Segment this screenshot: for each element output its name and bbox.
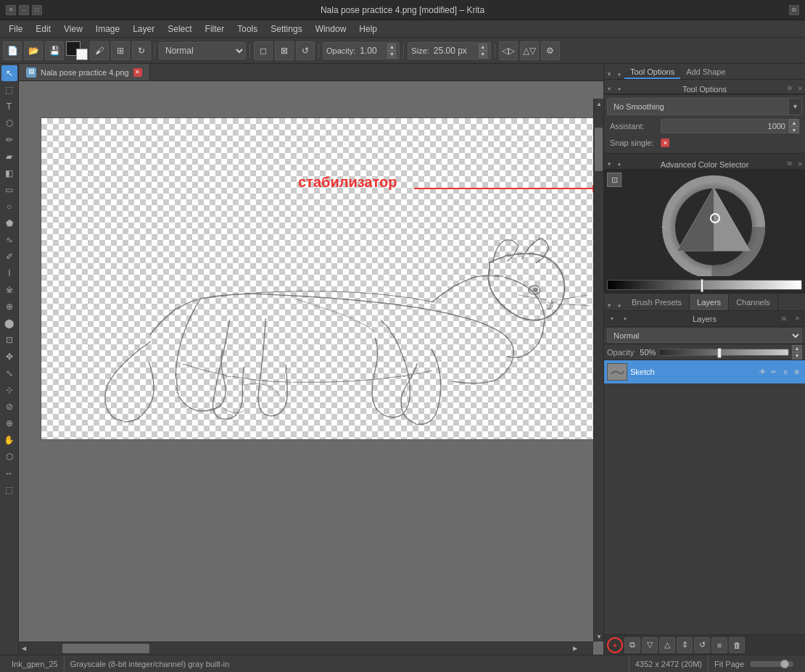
settings-button[interactable]: ⚙ bbox=[541, 41, 560, 60]
select-tool-button[interactable]: ↖ bbox=[1, 65, 17, 81]
inner-collapse-button[interactable]: ▼ bbox=[604, 83, 614, 94]
zoom-tool-button[interactable]: ⊕ bbox=[1, 415, 17, 431]
blend-mode-select[interactable]: Normal bbox=[159, 42, 246, 59]
close-button[interactable]: ✕ bbox=[6, 5, 16, 15]
shape-tool-button[interactable]: ⬡ bbox=[1, 115, 17, 131]
scroll-up-button[interactable]: ▲ bbox=[594, 99, 603, 109]
zoom-thumb[interactable] bbox=[780, 660, 789, 668]
assistant-button[interactable]: ⬡ bbox=[1, 449, 17, 465]
menu-layer[interactable]: Layer bbox=[127, 22, 160, 36]
menu-image[interactable]: Image bbox=[90, 22, 125, 36]
smart-patch-button[interactable]: ⬤ bbox=[1, 315, 17, 331]
layers-opacity-decrease-button[interactable]: ▼ bbox=[792, 352, 802, 360]
layers-inner-collapse-button[interactable]: ▼ bbox=[607, 314, 617, 324]
tab-tool-options[interactable]: Tool Options bbox=[624, 66, 680, 79]
scroll-down-button[interactable]: ▼ bbox=[594, 631, 603, 642]
multibrush-tool-button[interactable]: ※ bbox=[1, 282, 17, 298]
move-layer-down-button[interactable]: ▽ bbox=[642, 637, 658, 653]
tool-options-float-button[interactable]: ⧉ bbox=[785, 83, 795, 94]
layers-opacity-thumb[interactable] bbox=[717, 348, 722, 358]
background-color-swatch[interactable] bbox=[76, 49, 88, 60]
color-selector-close-button[interactable]: ✕ bbox=[795, 159, 805, 169]
tool-options-collapse-button[interactable]: ▼ bbox=[604, 69, 614, 79]
crop-tool-button[interactable]: ⊡ bbox=[1, 332, 17, 348]
mirror-h-button[interactable]: ◁▷ bbox=[499, 41, 518, 60]
tab-layers[interactable]: Layers bbox=[690, 294, 729, 310]
layers-opacity-increase-button[interactable]: ▲ bbox=[792, 345, 802, 352]
color-value-strip[interactable] bbox=[607, 280, 802, 290]
menu-settings[interactable]: Settings bbox=[265, 22, 307, 36]
polygon-tool-button[interactable]: ⬟ bbox=[1, 215, 17, 231]
menu-help[interactable]: Help bbox=[353, 22, 383, 36]
measure-tool-button[interactable]: ↔ bbox=[1, 465, 17, 481]
layers-inner-lock-button[interactable]: ● bbox=[620, 314, 630, 324]
warp-tool-button[interactable]: ⊹ bbox=[1, 382, 17, 398]
zoom-slider[interactable] bbox=[750, 661, 793, 667]
menu-filter[interactable]: Filter bbox=[199, 22, 231, 36]
erase-button[interactable]: ◻ bbox=[254, 41, 273, 60]
maximize-button[interactable]: □ bbox=[32, 5, 42, 15]
move-layer-up-button[interactable]: △ bbox=[659, 637, 675, 653]
menu-tools[interactable]: Tools bbox=[231, 22, 263, 36]
layers-opacity-slider[interactable] bbox=[659, 349, 789, 356]
document-tab[interactable]: 🖼 Nala pose practice 4.png ✕ bbox=[19, 64, 150, 80]
layers-blend-mode-select[interactable]: Normal bbox=[607, 328, 802, 343]
tab-add-shape[interactable]: Add Shape bbox=[680, 66, 731, 79]
bezier-tool-button[interactable]: ∿ bbox=[1, 232, 17, 248]
inner-lock-button[interactable]: ● bbox=[614, 83, 624, 94]
opacity-increase-button[interactable]: ▲ bbox=[387, 43, 396, 51]
clone-stamp-button[interactable]: ⊕ bbox=[1, 299, 17, 315]
layer-paintability-button[interactable]: ✏ bbox=[769, 367, 779, 377]
color-selector-collapse-button[interactable]: ▼ bbox=[604, 159, 614, 169]
scroll-right-button[interactable]: ▶ bbox=[570, 644, 580, 654]
merge-layers-button[interactable]: ⇕ bbox=[677, 637, 693, 653]
menu-file[interactable]: File bbox=[3, 22, 28, 36]
layers-collapse-button[interactable]: ▼ bbox=[604, 300, 614, 310]
brush-tool-button[interactable]: 🖌 bbox=[90, 41, 109, 60]
assistant-increase-button[interactable]: ▲ bbox=[789, 119, 799, 126]
color-wheel-svg[interactable]: – bbox=[656, 175, 772, 276]
window-restore-button[interactable]: ⧉ bbox=[789, 5, 799, 15]
layer-inherit-alpha-button[interactable]: ⊕ bbox=[792, 367, 802, 377]
vertical-scrollbar[interactable]: ▲ ▼ bbox=[593, 99, 603, 642]
tool-options-close-button[interactable]: ✕ bbox=[795, 83, 805, 94]
size-increase-button[interactable]: ▲ bbox=[479, 43, 487, 51]
menu-view[interactable]: View bbox=[58, 22, 88, 36]
mirror-v-button[interactable]: △▽ bbox=[520, 41, 539, 60]
preserve-alpha-button[interactable]: ⊠ bbox=[275, 41, 294, 60]
rectangle-tool-button[interactable]: ▭ bbox=[1, 182, 17, 198]
layer-properties-button[interactable]: ≡ bbox=[711, 637, 727, 653]
delete-layer-button[interactable]: 🗑 bbox=[729, 637, 745, 653]
save-document-button[interactable]: 💾 bbox=[45, 41, 64, 60]
smoothing-selector[interactable]: No Smoothing ▼ bbox=[607, 98, 802, 115]
color-selector-type-button[interactable]: ⊡ bbox=[607, 173, 622, 187]
layer-visibility-button[interactable]: 👁 bbox=[757, 367, 767, 377]
color-selector-float-button[interactable]: ⧉ bbox=[785, 159, 795, 169]
minimize-button[interactable]: – bbox=[19, 5, 29, 15]
menu-window[interactable]: Window bbox=[310, 22, 352, 36]
scroll-left-button[interactable]: ◀ bbox=[19, 644, 29, 654]
layers-float-button[interactable]: ⧉ bbox=[779, 314, 789, 324]
copy-layer-button[interactable]: ⧉ bbox=[624, 637, 640, 653]
smoothing-dropdown-button[interactable]: ▼ bbox=[788, 99, 801, 115]
size-decrease-button[interactable]: ▼ bbox=[479, 51, 487, 58]
document-tab-close-button[interactable]: ✕ bbox=[133, 68, 142, 77]
refresh-button[interactable]: ↻ bbox=[132, 41, 151, 60]
open-document-button[interactable]: 📂 bbox=[24, 41, 43, 60]
pan-tool-button[interactable]: ✋ bbox=[1, 432, 17, 448]
tool-options-lock-button[interactable]: ● bbox=[614, 69, 624, 79]
layer-alpha-lock-button[interactable]: α bbox=[780, 367, 790, 377]
grid-toggle-button[interactable]: ⊞ bbox=[111, 41, 130, 60]
ellipse-tool-button[interactable]: ○ bbox=[1, 199, 17, 215]
transform-tool-button[interactable]: ⤡ bbox=[1, 365, 17, 381]
enclose-fill-button[interactable]: ⬚ bbox=[1, 482, 17, 498]
new-document-button[interactable]: 📄 bbox=[3, 41, 22, 60]
layers-lock-button[interactable]: ● bbox=[614, 300, 624, 310]
menu-edit[interactable]: Edit bbox=[30, 22, 57, 36]
contiguous-select-button[interactable]: ⬚ bbox=[1, 82, 17, 98]
horizontal-scroll-thumb[interactable] bbox=[62, 644, 149, 653]
move-tool-button[interactable]: ✥ bbox=[1, 349, 17, 365]
tab-brush-presets[interactable]: Brush Presets bbox=[624, 294, 690, 310]
snap-single-remove-button[interactable]: ✕ bbox=[661, 138, 669, 147]
menu-select[interactable]: Select bbox=[162, 22, 197, 36]
